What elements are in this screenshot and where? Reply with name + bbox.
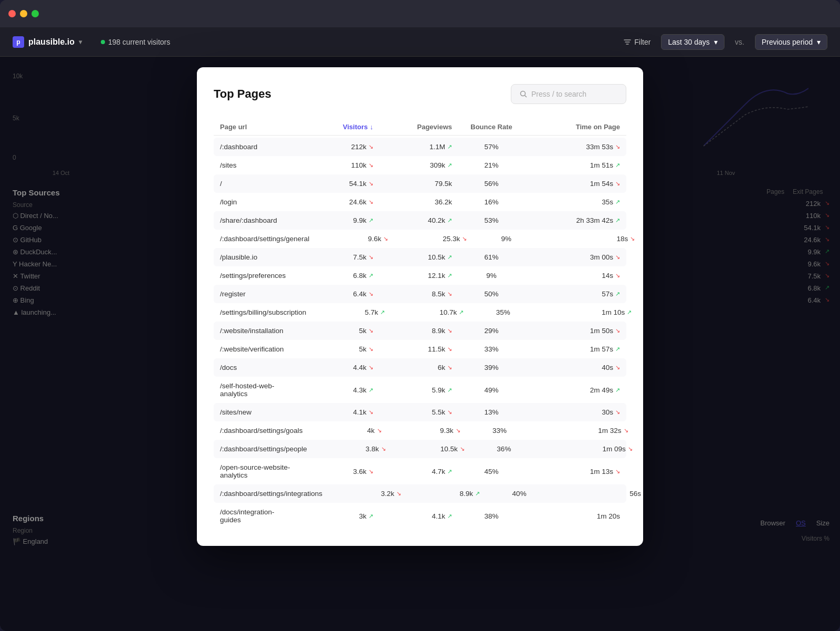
- cell-time-on-page: 1m 09s↘: [543, 445, 633, 453]
- cell-time-on-page: 2m 49s↗: [531, 386, 620, 394]
- table-row[interactable]: /:dashboard/settings/goals4k↘9.3k↘33%1m …: [214, 421, 626, 440]
- logo-icon: p: [13, 36, 24, 48]
- cell-visitors: 54.1k↘: [295, 180, 373, 188]
- maximize-button[interactable]: [32, 10, 39, 17]
- cell-time-on-page: 1m 54s↘: [531, 180, 620, 188]
- top-pages-modal: Top Pages Press / to search Page url Vis…: [197, 67, 643, 546]
- table-row[interactable]: /register6.4k↘8.5k↘50%57s↗: [214, 285, 626, 303]
- cell-time-on-page: 1m 32s↘: [539, 427, 628, 435]
- cell-time-on-page: 40s↘: [531, 364, 620, 371]
- cell-url: /plausible.io: [220, 253, 295, 261]
- cell-bounce-rate: 49%: [452, 386, 531, 394]
- compare-chevron: ▾: [817, 38, 821, 46]
- cell-url: /:dashboard/settings/general: [220, 235, 309, 243]
- vs-label: vs.: [735, 38, 744, 46]
- visitors-dot: [101, 40, 105, 44]
- cell-visitors: 110k↘: [295, 161, 373, 169]
- cell-visitors: 3.6k↘: [295, 468, 373, 475]
- cell-url: /sites: [220, 161, 295, 169]
- table-row[interactable]: /:dashboard/settings/integrations3.2k↘8.…: [214, 484, 626, 503]
- cell-visitors: 9.9k↗: [295, 216, 373, 224]
- cell-pageviews: 10.5k↘: [386, 445, 465, 453]
- cell-url: /register: [220, 290, 295, 298]
- th-visitors[interactable]: Visitors ↓: [295, 123, 373, 131]
- table-row[interactable]: /settings/billing/subscription5.7k↗10.7k…: [214, 303, 626, 322]
- cell-visitors: 5.7k↗: [306, 308, 385, 316]
- cell-visitors: 6.8k↗: [295, 272, 373, 280]
- cell-bounce-rate: 53%: [452, 216, 531, 224]
- table-row[interactable]: /login24.6k↘36.2k16%35s↗: [214, 193, 626, 211]
- cell-pageviews: 9.3k↘: [382, 427, 460, 435]
- cell-time-on-page: 1m 20s: [531, 512, 620, 520]
- cell-visitors: 4.3k↗: [295, 386, 373, 394]
- site-chevron[interactable]: ▾: [79, 38, 82, 46]
- table-row[interactable]: /:website/installation5k↘8.9k↘29%1m 50s↘: [214, 322, 626, 340]
- table-row[interactable]: /share/:dashboard9.9k↗40.2k↗53%2h 33m 42…: [214, 211, 626, 230]
- cell-bounce-rate: 21%: [452, 161, 531, 169]
- period-dropdown[interactable]: Last 30 days ▾: [661, 34, 724, 50]
- cell-pageviews: 8.9k↗: [401, 490, 480, 498]
- cell-bounce-rate: 9%: [452, 272, 531, 280]
- cell-time-on-page: 57s↗: [531, 290, 620, 298]
- table-row[interactable]: /self-hosted-web-analytics4.3k↗5.9k↗49%2…: [214, 377, 626, 403]
- cell-bounce-rate: 40%: [480, 490, 559, 498]
- cell-url: /:dashboard/settings/people: [220, 445, 307, 453]
- cell-bounce-rate: 45%: [452, 468, 531, 475]
- cell-url: /self-hosted-web-analytics: [220, 382, 295, 398]
- cell-pageviews: 5.9k↗: [373, 386, 452, 394]
- table-row[interactable]: /:dashboard212k↘1.1M↗57%33m 53s↘: [214, 138, 626, 156]
- th-page-url: Page url: [220, 123, 295, 131]
- cell-time-on-page: 1m 57s↗: [531, 345, 620, 353]
- cell-visitors: 4k↘: [303, 427, 382, 435]
- cell-time-on-page: 18s↘: [545, 235, 635, 243]
- cell-url: /share/:dashboard: [220, 216, 295, 224]
- cell-visitors: 24.6k↘: [295, 198, 373, 206]
- table-row[interactable]: /54.1k↘79.5k56%1m 54s↘: [214, 174, 626, 193]
- close-button[interactable]: [8, 10, 16, 17]
- table-row[interactable]: /settings/preferences6.8k↗12.1k↗9%14s↘: [214, 266, 626, 285]
- cell-time-on-page: 1m 50s↘: [531, 327, 620, 335]
- cell-visitors: 3.2k↘: [322, 490, 401, 498]
- compare-dropdown[interactable]: Previous period ▾: [755, 34, 827, 50]
- cell-pageviews: 5.5k↘: [373, 408, 452, 416]
- cell-time-on-page: 33m 53s↘: [531, 143, 620, 151]
- cell-pageviews: 4.7k↗: [373, 468, 452, 475]
- table-row[interactable]: /open-source-website-analytics3.6k↘4.7k↗…: [214, 458, 626, 484]
- cell-url: /docs: [220, 364, 295, 371]
- filter-button[interactable]: Filter: [624, 38, 650, 46]
- logo-area[interactable]: p plausible.io ▾: [13, 36, 82, 48]
- cell-pageviews: 1.1M↗: [373, 143, 452, 151]
- table-row[interactable]: /docs/integration-guides3k↗4.1k↗38%1m 20…: [214, 503, 626, 529]
- table-row[interactable]: /:website/verification5k↘11.5k↘33%1m 57s…: [214, 340, 626, 358]
- cell-bounce-rate: 9%: [467, 235, 545, 243]
- th-pageviews: Pageviews: [373, 123, 452, 131]
- modal-header: Top Pages Press / to search: [214, 84, 626, 104]
- cell-url: /settings/billing/subscription: [220, 308, 306, 316]
- search-box[interactable]: Press / to search: [511, 84, 626, 104]
- table-row[interactable]: /plausible.io7.5k↘10.5k↗61%3m 00s↘: [214, 248, 626, 266]
- minimize-button[interactable]: [20, 10, 27, 17]
- visitors-count: 198 current visitors: [108, 38, 170, 46]
- filter-icon: [624, 38, 631, 46]
- cell-url: /settings/preferences: [220, 272, 295, 280]
- table-row[interactable]: /:dashboard/settings/people3.8k↘10.5k↘36…: [214, 440, 626, 458]
- cell-pageviews: 8.5k↘: [373, 290, 452, 298]
- cell-bounce-rate: 33%: [460, 427, 539, 435]
- cell-url: /:dashboard/settings/goals: [220, 427, 303, 435]
- table-header: Page url Visitors ↓ Pageviews Bounce Rat…: [214, 119, 626, 136]
- cell-pageviews: 40.2k↗: [373, 216, 452, 224]
- table-row[interactable]: /:dashboard/settings/general9.6k↘25.3k↘9…: [214, 230, 626, 248]
- period-label: Last 30 days: [668, 38, 709, 46]
- cell-url: /:website/installation: [220, 327, 295, 335]
- cell-visitors: 4.4k↘: [295, 364, 373, 371]
- table-row[interactable]: /sites110k↘309k↗21%1m 51s↗: [214, 156, 626, 174]
- modal-backdrop: Top Pages Press / to search Page url Vis…: [0, 57, 840, 631]
- cell-bounce-rate: 13%: [452, 408, 531, 416]
- table-row[interactable]: /docs4.4k↘6k↘39%40s↘: [214, 358, 626, 377]
- cell-url: /sites/new: [220, 408, 295, 416]
- modal-title: Top Pages: [214, 87, 271, 101]
- table-row[interactable]: /sites/new4.1k↘5.5k↘13%30s↘: [214, 403, 626, 421]
- cell-visitors: 7.5k↘: [295, 253, 373, 261]
- cell-bounce-rate: 35%: [464, 308, 542, 316]
- cell-visitors: 212k↘: [295, 143, 373, 151]
